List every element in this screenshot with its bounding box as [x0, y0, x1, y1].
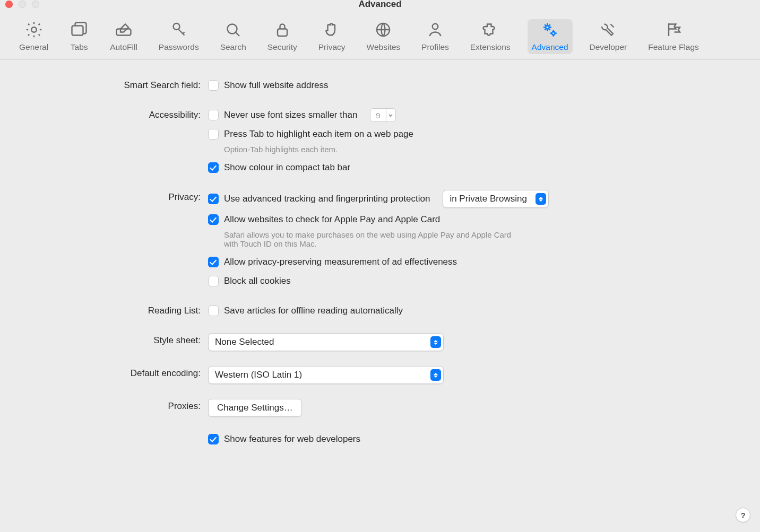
pencil-field-icon — [114, 20, 133, 39]
search-icon — [223, 20, 243, 39]
tools-icon — [599, 20, 618, 39]
reading-list-label: Reading List: — [21, 303, 208, 318]
style-sheet-label: Style sheet: — [21, 333, 208, 348]
adv-tracking-checkbox[interactable] — [208, 194, 219, 204]
updown-caret-icon — [430, 336, 441, 348]
default-encoding-label: Default encoding: — [21, 366, 208, 381]
show-full-address-label: Show full website address — [224, 80, 329, 91]
window-title: Advanced — [0, 0, 760, 8]
show-full-address-checkbox[interactable] — [208, 80, 219, 91]
min-font-size-value: 9 — [370, 111, 385, 120]
smart-search-label: Smart Search field: — [21, 78, 208, 93]
developer-tab[interactable]: Developer — [585, 19, 632, 54]
tabs-icon — [70, 20, 89, 39]
apple-pay-checkbox[interactable] — [208, 214, 219, 225]
style-sheet-value: None Selected — [215, 337, 274, 347]
tab-label: Profiles — [421, 42, 449, 52]
tab-label: Passwords — [159, 42, 199, 52]
tab-label: Security — [267, 42, 297, 52]
autofill-tab[interactable]: AutoFill — [106, 19, 142, 54]
default-encoding-select[interactable]: Western (ISO Latin 1) — [208, 366, 444, 384]
passwords-tab[interactable]: Passwords — [154, 19, 203, 54]
updown-caret-icon — [536, 193, 546, 205]
help-button[interactable]: ? — [736, 508, 750, 522]
privacy-tab[interactable]: Privacy — [314, 19, 350, 54]
advanced-tab[interactable]: Advanced — [528, 19, 573, 54]
compact-colour-checkbox[interactable] — [208, 162, 219, 173]
chevron-down-icon[interactable] — [386, 109, 395, 121]
svg-rect-1 — [72, 26, 83, 36]
security-tab[interactable]: Security — [263, 19, 301, 54]
updown-caret-icon — [430, 369, 441, 381]
adv-tracking-scope-value: in Private Browsing — [450, 194, 527, 204]
svg-point-4 — [228, 24, 237, 34]
tab-highlight-hint: Option-Tab highlights each item. — [224, 145, 521, 154]
help-glyph: ? — [740, 511, 745, 520]
min-font-size-checkbox[interactable] — [208, 110, 219, 120]
svg-point-7 — [433, 24, 438, 30]
svg-point-8 — [546, 25, 549, 29]
default-encoding-value: Western (ISO Latin 1) — [215, 370, 302, 380]
feature-flags-tab[interactable]: Feature Flags — [644, 19, 703, 54]
tab-label: Privacy — [318, 42, 346, 52]
advanced-settings-form: Smart Search field: Show full website ad… — [0, 60, 760, 463]
tab-label: Search — [220, 42, 246, 52]
accessibility-label: Accessibility: — [21, 108, 208, 123]
preferences-toolbar: General Tabs AutoFill Passwords Search S… — [0, 12, 760, 60]
puzzle-icon — [481, 20, 500, 39]
adv-tracking-label: Use advanced tracking and fingerprinting… — [224, 194, 430, 204]
titlebar: Advanced — [0, 0, 760, 12]
offline-reading-checkbox[interactable] — [208, 306, 219, 316]
tab-highlight-checkbox[interactable] — [208, 129, 219, 139]
tabs-tab[interactable]: Tabs — [65, 19, 93, 54]
search-tab[interactable]: Search — [216, 19, 251, 54]
general-tab[interactable]: General — [15, 19, 53, 54]
svg-rect-5 — [278, 29, 287, 37]
show-dev-features-checkbox[interactable] — [208, 434, 219, 444]
apple-pay-hint: Safari allows you to make purchases on t… — [224, 230, 521, 248]
profiles-tab[interactable]: Profiles — [417, 19, 453, 54]
tab-label: Extensions — [470, 42, 511, 52]
svg-point-0 — [31, 27, 37, 32]
ad-measure-checkbox[interactable] — [208, 257, 219, 267]
flags-icon — [664, 20, 683, 39]
tab-label: Feature Flags — [648, 42, 699, 52]
websites-tab[interactable]: Websites — [362, 19, 404, 54]
key-icon — [169, 20, 188, 39]
tab-label: AutoFill — [110, 42, 137, 52]
tab-highlight-label: Press Tab to highlight each item on a we… — [224, 129, 413, 139]
globe-icon — [374, 20, 393, 39]
tab-label: Advanced — [532, 42, 568, 52]
hand-icon — [322, 20, 341, 39]
change-proxy-settings-button[interactable]: Change Settings… — [208, 399, 302, 417]
min-font-size-label: Never use font sizes smaller than — [224, 110, 357, 120]
proxies-label: Proxies: — [21, 399, 208, 414]
tab-label: Tabs — [71, 42, 88, 52]
style-sheet-select[interactable]: None Selected — [208, 333, 444, 351]
show-dev-features-label: Show features for web developers — [224, 434, 360, 444]
compact-colour-label: Show colour in compact tab bar — [224, 162, 350, 173]
adv-tracking-scope-select[interactable]: in Private Browsing — [443, 190, 549, 208]
svg-point-9 — [552, 32, 555, 35]
tab-label: Websites — [367, 42, 400, 52]
min-font-size-stepper[interactable]: 9 — [370, 108, 395, 122]
gears-icon — [540, 20, 559, 39]
person-icon — [426, 20, 445, 39]
apple-pay-label: Allow websites to check for Apple Pay an… — [224, 214, 440, 225]
block-cookies-label: Block all cookies — [224, 276, 291, 286]
lock-icon — [273, 20, 292, 39]
extensions-tab[interactable]: Extensions — [466, 19, 515, 54]
block-cookies-checkbox[interactable] — [208, 276, 219, 286]
tab-label: Developer — [590, 42, 627, 52]
privacy-label: Privacy: — [21, 190, 208, 205]
ad-measure-label: Allow privacy-preserving measurement of … — [224, 257, 457, 267]
gear-icon — [24, 20, 44, 39]
offline-reading-label: Save articles for offline reading automa… — [224, 306, 403, 316]
change-proxy-settings-label: Change Settings… — [217, 403, 293, 413]
tab-label: General — [19, 42, 48, 52]
